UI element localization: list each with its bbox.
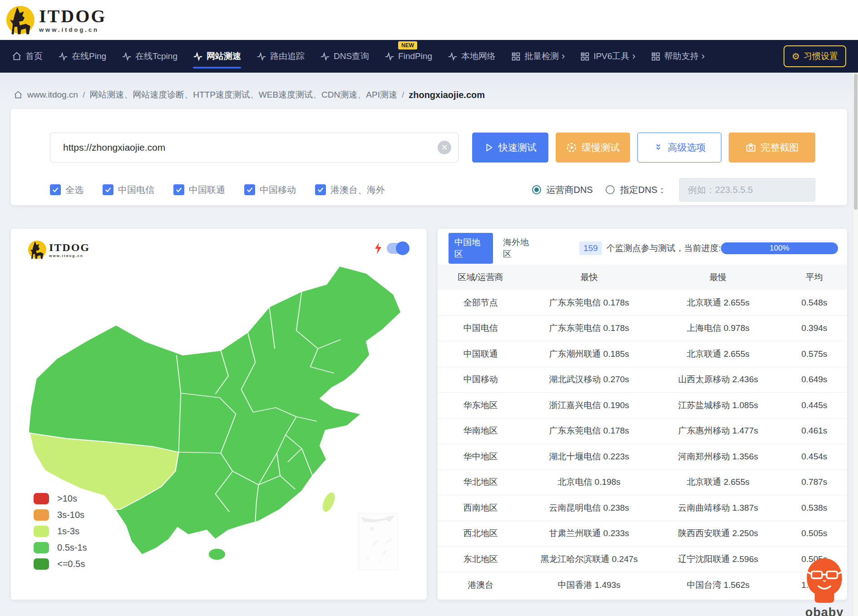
legend-swatch-red xyxy=(34,493,49,504)
legend-item: >10s xyxy=(34,493,87,504)
legend-item: 1s-3s xyxy=(34,526,87,537)
radio-isp-dns[interactable] xyxy=(532,185,541,194)
results-area: ITDOG www.itdog.cn >10s xyxy=(11,229,847,600)
activity-icon xyxy=(256,51,266,61)
table-row-north-china: 华北地区北京电信 0.198s北京联通 2.655s0.787s xyxy=(438,470,847,496)
checkbox-hk-mo-tw-overseas[interactable]: 港澳台、海外 xyxy=(315,184,385,196)
nav-item-findping[interactable]: NEW FindPing xyxy=(385,40,432,73)
itdog-dog-icon xyxy=(6,6,35,34)
table-row-hk-mo-tw: 港澳台中国香港 1.493s中国台湾 1.562s1.528s xyxy=(438,572,847,598)
table-row-central-china: 华中地区湖北十堰电信 0.223s河南郑州移动 1.356s0.454s xyxy=(438,444,847,470)
nav-item-home[interactable]: 首页 xyxy=(12,40,43,73)
nav-item-traceroute[interactable]: 路由追踪 xyxy=(256,40,305,73)
scrollbar-thumb[interactable] xyxy=(854,74,858,210)
breadcrumb-separator: / xyxy=(402,90,404,100)
logo-subtitle: www.itdog.cn xyxy=(39,26,106,33)
map-itdog-logo: ITDOG www.itdog.cn xyxy=(28,241,90,259)
progress-value: 100% xyxy=(769,244,789,253)
nav-item-batch-test[interactable]: 批量检测 › xyxy=(511,40,565,73)
table-row-china-mobile: 中国移动湖北武汉移动 0.270s山西太原移动 2.436s0.649s xyxy=(438,367,847,393)
double-chevron-down-icon xyxy=(653,143,663,153)
home-icon xyxy=(12,51,22,61)
radio-custom-dns[interactable] xyxy=(606,185,615,194)
clear-input-icon[interactable]: ✕ xyxy=(438,141,451,154)
checkbox-checked-icon xyxy=(315,184,326,195)
taiwan-island xyxy=(320,491,338,513)
nav-item-online-tcping[interactable]: 在线Tcping xyxy=(122,40,178,73)
checkbox-checked-icon xyxy=(103,184,113,195)
legend-swatch-orange xyxy=(34,509,49,521)
legend-item: 0.5s-1s xyxy=(34,542,87,553)
legend-swatch-dark-green xyxy=(34,558,49,570)
table-row-northeast-china: 东北地区黑龙江哈尔滨联通 0.247s辽宁沈阳联通 2.596s0.505s xyxy=(438,547,847,572)
breadcrumb-home[interactable]: www.itdog.cn xyxy=(27,90,78,100)
grid-icon xyxy=(651,52,661,61)
map-toggle[interactable] xyxy=(387,243,409,254)
activity-icon xyxy=(385,51,394,61)
legend-swatch-light-green xyxy=(34,526,49,537)
table-row-southwest-china: 西南地区云南昆明电信 0.238s云南曲靖移动 1.387s0.538s xyxy=(438,495,847,521)
custom-dns-input[interactable] xyxy=(679,178,815,202)
table-row-china-telecom: 中国电信广东东莞电信 0.178s上海电信 0.978s0.394s xyxy=(438,316,847,342)
full-screenshot-button[interactable]: 完整截图 xyxy=(729,133,815,163)
table-row-east-china: 华东地区浙江嘉兴电信 0.190s江苏盐城移动 1.085s0.445s xyxy=(438,393,847,419)
checkbox-select-all[interactable]: 全选 xyxy=(50,184,84,196)
logo-title: ITDOG xyxy=(39,7,106,25)
home-icon xyxy=(14,90,23,99)
quick-test-button[interactable]: 快速测试 xyxy=(472,133,548,163)
custom-dns-label: 指定DNS： xyxy=(620,184,666,196)
preferences-button[interactable]: ⚙ 习惯设置 xyxy=(784,45,846,67)
checkbox-china-telecom[interactable]: 中国电信 xyxy=(103,184,154,196)
test-form-card: ✕ 快速测试 缓慢测试 高级选项 完整截图 全选 中国电信 中国 xyxy=(11,109,847,205)
new-badge: NEW xyxy=(398,41,417,49)
activity-icon xyxy=(193,51,203,61)
nav-item-help-support[interactable]: 帮助支持 › xyxy=(651,40,705,73)
progress-label: 个监测点参与测试，当前进度: xyxy=(607,242,721,254)
activity-icon xyxy=(122,51,132,61)
checkbox-china-mobile[interactable]: 中国移动 xyxy=(244,184,296,196)
page-scrollbar[interactable] xyxy=(853,73,858,616)
play-icon xyxy=(484,143,494,153)
slow-test-button[interactable]: 缓慢测试 xyxy=(556,133,630,163)
url-input[interactable] xyxy=(50,133,459,163)
checkbox-china-unicom[interactable]: 中国联通 xyxy=(173,184,225,196)
itdog-logo[interactable]: ITDOG www.itdog.cn xyxy=(6,6,106,34)
breadcrumb-path: 网站测速、网站速度诊断、HTTP速度测试、WEB速度测试、CDN测速、API测速 xyxy=(89,89,397,101)
nav-item-local-network[interactable]: 本地网络 xyxy=(448,40,496,73)
advanced-options-button[interactable]: 高级选项 xyxy=(637,133,721,163)
itdog-dog-icon xyxy=(28,241,46,259)
progress-bar: 100% xyxy=(721,242,838,254)
isp-dns-label: 运营商DNS xyxy=(547,184,593,196)
camera-icon xyxy=(745,142,756,153)
nav-item-website-speedtest[interactable]: 网站测速 xyxy=(193,40,241,73)
gear-icon: ⚙ xyxy=(792,52,800,61)
legend-swatch-mid-green xyxy=(34,542,49,553)
checkbox-checked-icon xyxy=(173,184,184,195)
breadcrumb-separator: / xyxy=(83,90,85,100)
activity-icon xyxy=(448,51,458,61)
nav-item-dns-lookup[interactable]: DNS查询 xyxy=(320,40,369,73)
lightning-icon xyxy=(374,242,382,254)
tab-overseas-region[interactable]: 海外地区 xyxy=(503,237,536,260)
nav-item-online-ping[interactable]: 在线Ping xyxy=(58,40,106,73)
tab-china-region[interactable]: 中国地区 xyxy=(449,233,493,264)
table-row-china-unicom: 中国联通广东潮州联通 0.185s北京联通 2.655s0.575s xyxy=(438,341,847,367)
table-row-all-nodes: 全部节点广东东莞电信 0.178s北京联通 2.655s0.548s xyxy=(438,290,847,316)
node-count-badge: 159 xyxy=(579,241,602,255)
activity-icon xyxy=(320,51,330,61)
chevron-right-icon: › xyxy=(701,50,705,62)
nav-item-ipv6-tools[interactable]: IPV6工具 › xyxy=(580,40,636,73)
grid-icon xyxy=(511,52,521,61)
map-legend: >10s 3s-10s 1s-3s 0.5s-1s <=0.5s xyxy=(34,493,87,570)
activity-icon xyxy=(58,51,68,61)
chevron-right-icon: › xyxy=(562,50,565,62)
map-panel: ITDOG www.itdog.cn >10s xyxy=(11,229,427,600)
table-row-northwest-china: 西北地区甘肃兰州联通 0.233s陕西西安联通 2.250s0.505s xyxy=(438,521,847,547)
checkbox-checked-icon xyxy=(50,184,61,195)
legend-item: <=0.5s xyxy=(34,558,87,570)
grid-icon xyxy=(580,52,590,61)
top-bar: ITDOG www.itdog.cn xyxy=(0,0,858,40)
legend-item: 3s-10s xyxy=(34,509,87,521)
south-china-sea-inset xyxy=(359,513,398,570)
watermark-name: obaby xyxy=(803,606,846,616)
